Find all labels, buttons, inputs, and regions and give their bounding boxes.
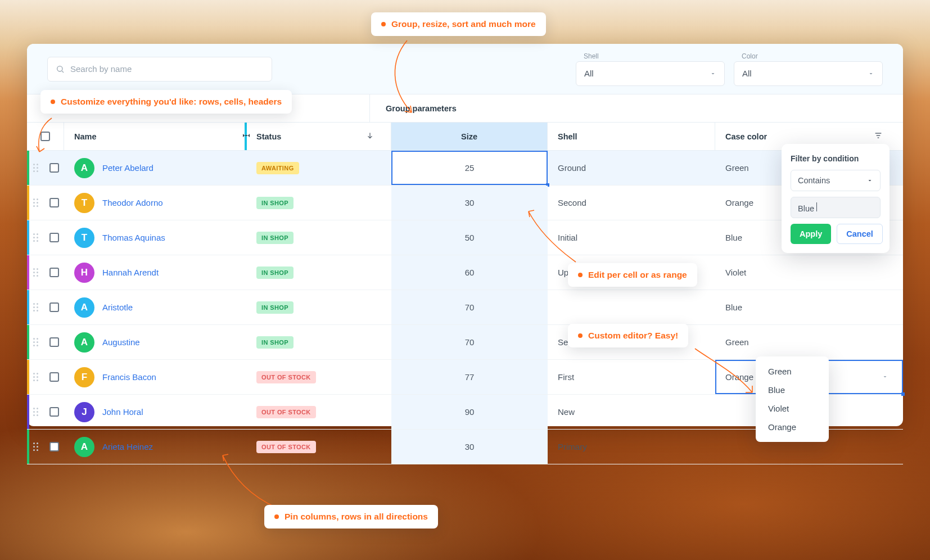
name-cell[interactable]: FFrancis Bacon — [64, 360, 246, 394]
name-link[interactable]: Francis Bacon — [102, 372, 156, 382]
drag-handle-icon[interactable] — [27, 186, 44, 220]
row-checkbox[interactable] — [49, 442, 59, 451]
name-cell[interactable]: AArieta Heinez — [64, 430, 246, 464]
shell-cell[interactable]: New — [548, 395, 715, 429]
row-checkbox[interactable] — [49, 268, 59, 277]
size-cell[interactable]: 90 — [391, 395, 548, 429]
row-checkbox[interactable] — [49, 407, 59, 417]
row-checkbox[interactable] — [49, 163, 59, 173]
name-cell[interactable]: TThomas Aquinas — [64, 220, 246, 255]
name-link[interactable]: Arieta Heinez — [102, 442, 153, 451]
name-link[interactable]: Hannah Arendt — [102, 268, 159, 277]
row-checkbox[interactable] — [49, 198, 59, 207]
drag-handle-icon[interactable] — [27, 151, 44, 185]
name-link[interactable]: Theodor Adorno — [102, 198, 163, 207]
name-cell[interactable]: AAristotle — [64, 290, 246, 324]
header-checkbox-cell[interactable] — [27, 123, 64, 150]
size-cell[interactable]: 70 — [391, 290, 548, 324]
dropdown-option[interactable]: Blue — [756, 381, 829, 399]
table-row[interactable]: APeter AbelardAWAITING25GroundGreen — [27, 151, 903, 186]
name-cell[interactable]: JJohn Horal — [64, 395, 246, 429]
cancel-button[interactable]: Cancel — [837, 224, 883, 244]
row-checkbox[interactable] — [49, 233, 59, 242]
case-color-cell[interactable]: Violet — [715, 255, 903, 290]
name-cell[interactable]: TTheodor Adorno — [64, 186, 246, 220]
size-cell[interactable]: 30 — [391, 430, 548, 464]
table-row[interactable]: AAristotleIN SHOP70Blue — [27, 290, 903, 325]
drag-handle-icon[interactable] — [27, 255, 44, 290]
shell-cell[interactable]: Initial — [548, 220, 715, 255]
chevron-down-icon[interactable] — [882, 372, 888, 382]
name-link[interactable]: John Horal — [102, 407, 143, 417]
table-row[interactable]: AAugustineIN SHOP70SecondGreen — [27, 325, 903, 360]
drag-handle-icon[interactable] — [27, 360, 44, 394]
color-filter-select[interactable]: All — [734, 61, 883, 86]
header-size[interactable]: Size — [391, 123, 548, 150]
drag-handle-icon[interactable] — [27, 395, 44, 429]
size-cell[interactable]: 25 — [391, 151, 548, 185]
color-filter: Color All — [734, 52, 883, 86]
name-link[interactable]: Augustine — [102, 337, 140, 347]
bullet-icon — [578, 273, 583, 277]
dropdown-option[interactable]: Violet — [756, 399, 829, 418]
shell-filter-label: Shell — [576, 52, 725, 60]
status-badge: IN SHOP — [256, 301, 294, 314]
color-dropdown-menu[interactable]: GreenBlueVioletOrange — [756, 356, 829, 442]
name-cell[interactable]: AAugustine — [64, 325, 246, 359]
header-name[interactable]: Name — [64, 123, 246, 150]
row-checkbox-cell[interactable] — [44, 220, 64, 255]
dropdown-option[interactable]: Green — [756, 362, 829, 381]
size-cell[interactable]: 60 — [391, 255, 548, 290]
shell-cell[interactable]: First — [548, 360, 715, 394]
drag-handle-icon[interactable] — [27, 290, 44, 324]
row-checkbox-cell[interactable] — [44, 325, 64, 359]
size-cell[interactable]: 70 — [391, 325, 548, 359]
case-color-cell[interactable]: Blue — [715, 290, 903, 324]
table-row[interactable]: TTheodor AdornoIN SHOP30SecondOrange — [27, 186, 903, 220]
name-link[interactable]: Thomas Aquinas — [102, 233, 165, 242]
row-checkbox[interactable] — [49, 302, 59, 312]
resize-handle-icon[interactable] — [241, 130, 251, 142]
row-checkbox-cell[interactable] — [44, 186, 64, 220]
case-color-cell[interactable]: Green — [715, 325, 903, 359]
name-link[interactable]: Peter Abelard — [102, 163, 154, 173]
row-accent — [27, 151, 29, 185]
apply-button[interactable]: Apply — [791, 224, 831, 244]
drag-handle-icon[interactable] — [27, 220, 44, 255]
select-all-checkbox[interactable] — [40, 132, 50, 141]
name-cell[interactable]: APeter Abelard — [64, 151, 246, 185]
drag-handle-icon[interactable] — [27, 430, 44, 464]
row-checkbox[interactable] — [49, 337, 59, 347]
filter-operator-select[interactable]: Contains — [791, 170, 881, 191]
shell-cell[interactable]: Second — [548, 186, 715, 220]
search-input[interactable] — [70, 64, 264, 74]
table-row[interactable]: TThomas AquinasIN SHOP50InitialBlue — [27, 220, 903, 255]
name-link[interactable]: Aristotle — [102, 302, 133, 312]
row-accent — [27, 430, 29, 464]
sort-desc-icon[interactable] — [366, 132, 374, 141]
table-row[interactable]: HHannah ArendtIN SHOP60UpdatedViolet — [27, 255, 903, 290]
filter-icon[interactable] — [874, 131, 883, 142]
shell-cell[interactable]: Primary — [548, 430, 715, 464]
size-cell[interactable]: 50 — [391, 220, 548, 255]
size-cell[interactable]: 30 — [391, 186, 548, 220]
row-checkbox-cell[interactable] — [44, 430, 64, 464]
row-checkbox-cell[interactable] — [44, 255, 64, 290]
row-checkbox[interactable] — [49, 372, 59, 382]
row-checkbox-cell[interactable] — [44, 395, 64, 429]
row-checkbox-cell[interactable] — [44, 360, 64, 394]
dropdown-option[interactable]: Orange — [756, 418, 829, 436]
shell-cell[interactable]: Ground — [548, 151, 715, 185]
name-cell[interactable]: HHannah Arendt — [64, 255, 246, 290]
size-cell[interactable]: 77 — [391, 360, 548, 394]
header-status[interactable]: Status — [246, 123, 391, 150]
filter-value-input[interactable]: Blue — [791, 197, 881, 218]
row-checkbox-cell[interactable] — [44, 290, 64, 324]
header-shell[interactable]: Shell — [548, 123, 715, 150]
row-checkbox-cell[interactable] — [44, 151, 64, 185]
search-input-wrapper[interactable] — [47, 57, 272, 82]
bullet-icon — [381, 22, 386, 26]
shell-filter-select[interactable]: All — [576, 61, 725, 86]
drag-handle-icon[interactable] — [27, 325, 44, 359]
shell-cell[interactable] — [548, 290, 715, 324]
